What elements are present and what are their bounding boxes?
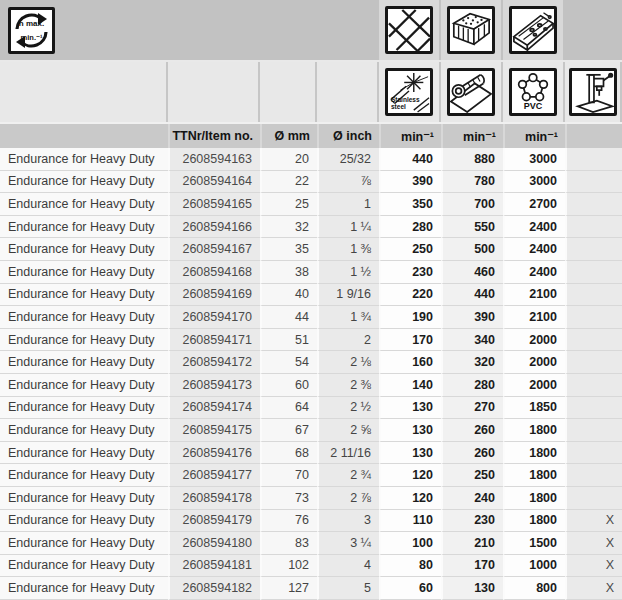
table-row: Endurance for Heavy Duty 2608594181 102 … xyxy=(0,555,622,578)
cell-product-name: Endurance for Heavy Duty xyxy=(0,261,168,284)
cell-diameter-inch: 3 xyxy=(317,510,379,533)
cell-item-number: 2608594178 xyxy=(168,487,260,510)
max-speed-label: n max. xyxy=(11,19,52,28)
cell-item-number: 2608594182 xyxy=(168,577,260,600)
cell-rpm-3: 2000 xyxy=(503,374,565,397)
cell-diameter-inch: 1 9/16 xyxy=(317,284,379,307)
table-row: Endurance for Heavy Duty 2608594168 38 1… xyxy=(0,261,622,284)
cell-drill-stand xyxy=(565,148,622,171)
cell-drill-stand xyxy=(565,419,622,442)
cell-rpm-3: 2100 xyxy=(503,284,565,307)
cell-item-number: 2608594171 xyxy=(168,329,260,352)
cell-rpm-1: 230 xyxy=(379,261,441,284)
cell-diameter-inch: 2 ¾ xyxy=(317,464,379,487)
cell-drill-stand: X xyxy=(565,555,622,578)
cell-item-number: 2608594169 xyxy=(168,284,260,307)
cell-rpm-1: 110 xyxy=(379,510,441,533)
cell-diameter-inch: 2 xyxy=(317,329,379,352)
cell-diameter-mm: 67 xyxy=(260,419,317,442)
cell-item-number: 2608594164 xyxy=(168,171,260,194)
table-header-row: TTNr/Item no. Ø mm Ø inch min⁻¹ min⁻¹ mi… xyxy=(0,122,622,148)
cell-diameter-inch: 2 ⅜ xyxy=(317,374,379,397)
table-row: Endurance for Heavy Duty 2608594176 68 2… xyxy=(0,442,622,465)
table-row: Endurance for Heavy Duty 2608594169 40 1… xyxy=(0,284,622,307)
table-row: Endurance for Heavy Duty 2608594166 32 1… xyxy=(0,216,622,239)
header-diameter-mm: Ø mm xyxy=(260,124,317,148)
cell-rpm-2: 250 xyxy=(441,464,503,487)
cell-diameter-mm: 64 xyxy=(260,397,317,420)
cell-diameter-mm: 44 xyxy=(260,306,317,329)
cell-diameter-mm: 68 xyxy=(260,442,317,465)
wood-icon xyxy=(509,6,557,54)
cell-drill-stand: X xyxy=(565,577,622,600)
cell-drill-stand xyxy=(565,306,622,329)
header-drill-stand xyxy=(565,124,622,148)
table-row: Endurance for Heavy Duty 2608594164 22 ⅞… xyxy=(0,171,622,194)
cell-rpm-2: 700 xyxy=(441,193,503,216)
legend-strip-min1-bottom: Stainless steel xyxy=(379,62,439,122)
header-item-number: TTNr/Item no. xyxy=(168,124,260,148)
cell-rpm-2: 500 xyxy=(441,238,503,261)
cell-rpm-2: 780 xyxy=(441,171,503,194)
stainless-steel-icon: Stainless steel xyxy=(385,68,433,116)
cell-rpm-1: 160 xyxy=(379,351,441,374)
cell-item-number: 2608594166 xyxy=(168,216,260,239)
table-row: Endurance for Heavy Duty 2608594175 67 2… xyxy=(0,419,622,442)
cell-drill-stand xyxy=(565,193,622,216)
cell-rpm-3: 1850 xyxy=(503,397,565,420)
cell-product-name: Endurance for Heavy Duty xyxy=(0,442,168,465)
header-rpm-1: min⁻¹ xyxy=(379,124,441,148)
perforated-brick-icon xyxy=(447,6,495,54)
cell-rpm-2: 390 xyxy=(441,306,503,329)
cell-product-name: Endurance for Heavy Duty xyxy=(0,351,168,374)
cell-rpm-1: 130 xyxy=(379,419,441,442)
cell-rpm-2: 130 xyxy=(441,577,503,600)
cell-diameter-mm: 20 xyxy=(260,148,317,171)
cell-rpm-2: 440 xyxy=(441,284,503,307)
cell-diameter-mm: 102 xyxy=(260,555,317,578)
cell-diameter-inch: 2 ⅛ xyxy=(317,351,379,374)
table-row: Endurance for Heavy Duty 2608594177 70 2… xyxy=(0,464,622,487)
table-row: Endurance for Heavy Duty 2608594167 35 1… xyxy=(0,238,622,261)
table-row: Endurance for Heavy Duty 2608594171 51 2… xyxy=(0,329,622,352)
cell-diameter-mm: 35 xyxy=(260,238,317,261)
cell-rpm-3: 2000 xyxy=(503,351,565,374)
cell-rpm-3: 1800 xyxy=(503,510,565,533)
cell-drill-stand xyxy=(565,284,622,307)
table-row: Endurance for Heavy Duty 2608594180 83 3… xyxy=(0,532,622,555)
cell-diameter-inch: ⅞ xyxy=(317,171,379,194)
cell-product-name: Endurance for Heavy Duty xyxy=(0,238,168,261)
cell-diameter-mm: 76 xyxy=(260,510,317,533)
cell-rpm-3: 1800 xyxy=(503,419,565,442)
table-body: Endurance for Heavy Duty 2608594163 20 2… xyxy=(0,148,622,600)
cell-diameter-mm: 54 xyxy=(260,351,317,374)
cell-rpm-1: 170 xyxy=(379,329,441,352)
pvc-label: PVC xyxy=(512,101,554,111)
cell-rpm-1: 250 xyxy=(379,238,441,261)
cell-product-name: Endurance for Heavy Duty xyxy=(0,193,168,216)
cell-rpm-3: 2100 xyxy=(503,306,565,329)
cell-rpm-2: 260 xyxy=(441,419,503,442)
cell-diameter-mm: 40 xyxy=(260,284,317,307)
cell-diameter-mm: 51 xyxy=(260,329,317,352)
cell-diameter-inch: 2 ⅞ xyxy=(317,487,379,510)
cell-item-number: 2608594165 xyxy=(168,193,260,216)
legend-band-bottom: Stainless steel xyxy=(0,60,622,122)
cell-item-number: 2608594163 xyxy=(168,148,260,171)
cell-diameter-inch: 1 xyxy=(317,193,379,216)
pvc-icon: PVC xyxy=(509,68,557,116)
cell-drill-stand: X xyxy=(565,510,622,533)
cell-item-number: 2608594180 xyxy=(168,532,260,555)
cell-drill-stand xyxy=(565,329,622,352)
cell-rpm-3: 2400 xyxy=(503,216,565,239)
cell-product-name: Endurance for Heavy Duty xyxy=(0,329,168,352)
cell-item-number: 2608594177 xyxy=(168,464,260,487)
legend-strip-min3-top xyxy=(503,0,563,60)
table-row: Endurance for Heavy Duty 2608594170 44 1… xyxy=(0,306,622,329)
legend-strip-name xyxy=(0,62,166,122)
cell-product-name: Endurance for Heavy Duty xyxy=(0,306,168,329)
cell-diameter-mm: 127 xyxy=(260,577,317,600)
cell-rpm-2: 210 xyxy=(441,532,503,555)
cell-diameter-inch: 1 ½ xyxy=(317,261,379,284)
cell-rpm-1: 190 xyxy=(379,306,441,329)
